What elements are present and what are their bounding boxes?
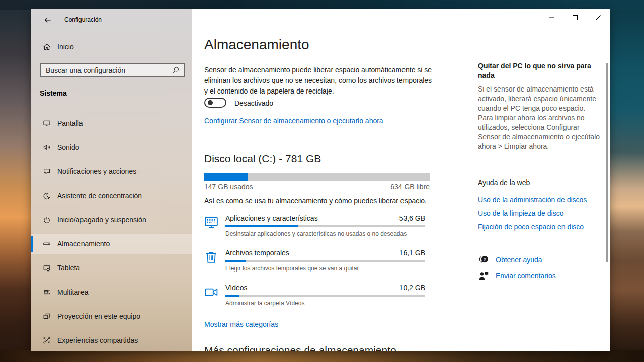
aside-tip-body: Si el sensor de almacenamiento está acti… [478,84,601,151]
sidebar-item-sonido[interactable]: Sonido [31,137,192,157]
help-bubble-icon: ? [478,254,489,265]
sidebar-item-label: Asistente de concentración [57,192,142,200]
category-name: Aplicaciones y características [225,214,318,222]
storage-drive-icon [43,240,51,248]
category-size: 10,2 GB [399,284,425,292]
sidebar-item-inicio-apagado[interactable]: Inicio/apagado y suspensión [31,210,192,230]
sidebar-section-heading: Sistema [40,89,67,97]
sidebar-item-label: Tableta [57,264,80,272]
category-name: Archivos temporales [225,249,289,257]
sidebar-item-home[interactable]: Inicio [31,37,192,57]
desktop-wallpaper-top [0,0,644,10]
vertical-scrollbar[interactable] [606,63,608,262]
get-help-row[interactable]: ? Obtener ayuda [478,254,542,265]
category-row-videos[interactable]: Vídeos 10,2 GB Administrar la carpeta Ví… [204,284,425,315]
toggle-state-label: Desactivado [234,99,273,107]
notifications-icon [43,167,51,175]
more-storage-settings-heading: Más configuraciones de almacenamiento [204,344,396,351]
category-bar-fill [225,260,246,262]
close-button[interactable] [587,9,610,26]
category-size: 16,1 GB [399,249,425,257]
disk-title: Disco local (C:) - 781 GB [204,153,321,165]
send-feedback-row[interactable]: Enviar comentarios [478,270,556,281]
web-help-heading: Ayuda de la web [478,178,530,187]
get-help-link[interactable]: Obtener ayuda [496,256,542,264]
category-size: 53,6 GB [399,214,425,222]
minimize-button[interactable] [540,9,564,26]
search-input[interactable] [41,66,172,74]
trash-icon [204,250,218,264]
configure-storage-sense-link[interactable]: Configurar Sensor de almacenamiento o ej… [204,117,383,125]
apps-features-icon [204,216,218,230]
feedback-person-icon [478,270,489,281]
minimize-icon [549,15,555,21]
home-icon [43,43,51,51]
svg-text:?: ? [483,256,486,262]
sidebar-item-label: Inicio/apagado y suspensión [57,216,146,224]
disk-usage-bar [204,173,430,181]
sidebar-item-label: Almacenamiento [57,240,110,248]
sidebar-item-experiencias[interactable]: Experiencias compartidas [31,330,192,350]
multitask-icon [43,288,51,296]
desktop-wallpaper-right [609,0,644,362]
category-name: Vídeos [225,284,248,292]
close-icon [595,15,601,21]
disk-free-label: 634 GB libre [390,183,430,191]
category-bar [225,260,425,262]
display-icon [43,119,51,127]
sound-icon [43,143,51,151]
focus-moon-icon [43,192,51,200]
maximize-icon [572,15,578,21]
show-more-categories-link[interactable]: Mostrar más categorías [204,320,278,328]
back-arrow-icon [44,16,52,24]
video-camera-icon [204,285,218,299]
category-row-temp-files[interactable]: Archivos temporales 16,1 GB Elegir los a… [204,249,425,280]
sidebar-item-label: Pantalla [57,119,83,127]
shared-experiences-icon [43,336,51,344]
web-help-link-disk-management[interactable]: Uso de la administración de discos [478,196,587,204]
sidebar: Configuración Inicio Sistema Pantalla S [31,9,192,351]
project-screens-icon [43,312,51,320]
magnifier-icon[interactable] [172,66,180,74]
storage-sense-toggle[interactable] [204,98,226,108]
back-button[interactable] [38,13,57,27]
sidebar-item-notificaciones[interactable]: Notificaciones y acciones [31,161,192,182]
sidebar-item-almacenamiento[interactable]: Almacenamiento [31,234,192,254]
sidebar-item-label: Sonido [57,143,79,151]
sidebar-item-proyeccion[interactable]: Proyección en este equipo [31,306,192,326]
toggle-knob [208,100,213,105]
sidebar-item-pantalla[interactable]: Pantalla [31,113,192,133]
sidebar-item-label: Multitarea [57,288,88,296]
usage-intro: Así es como se usa tu almacenamiento y c… [204,197,427,205]
category-description: Elegir los archivos temporales que se va… [225,265,425,272]
category-description: Administrar la carpeta Vídeos [225,300,425,307]
sidebar-item-multitarea[interactable]: Multitarea [31,282,192,302]
sidebar-item-label: Notificaciones y acciones [57,167,136,175]
page-title: Almacenamiento [204,37,309,53]
category-bar [225,295,425,297]
window-controls [540,9,610,26]
web-help-link-low-disk-space[interactable]: Fijación de poco espacio en disco [478,223,584,231]
sidebar-item-label: Experiencias compartidas [57,336,138,344]
settings-window: Configuración Inicio Sistema Pantalla S [31,9,610,351]
category-bar-fill [225,295,239,297]
search-box [40,63,185,77]
disk-usage-labels: 147 GB usados 634 GB libre [204,183,430,191]
web-help-link-disk-cleanup[interactable]: Uso de la limpieza de disco [478,209,564,217]
send-feedback-link[interactable]: Enviar comentarios [496,272,556,280]
sidebar-item-asistente[interactable]: Asistente de concentración [31,186,192,206]
category-row-apps[interactable]: Aplicaciones y características 53,6 GB D… [204,214,425,245]
storage-sense-description: Sensor de almacenamiento puede liberar e… [204,65,436,97]
category-description: Desinstalar aplicaciones y característic… [225,230,425,237]
disk-used-label: 147 GB usados [204,183,253,191]
maximize-button[interactable] [564,9,587,26]
desktop-wallpaper-left [0,0,32,362]
tablet-icon [43,264,51,272]
category-bar [225,225,425,227]
sidebar-item-label: Proyección en este equipo [57,312,140,320]
desktop-wallpaper-bottom [0,350,644,362]
disk-usage-fill [204,173,248,181]
power-icon [43,216,51,224]
category-bar-fill [225,225,298,227]
sidebar-item-tableta[interactable]: Tableta [31,258,192,278]
